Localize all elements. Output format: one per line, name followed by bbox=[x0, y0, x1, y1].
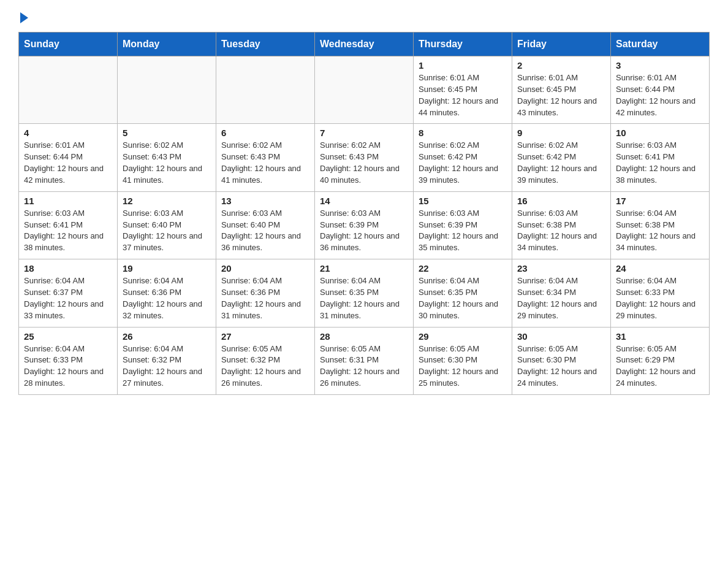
day-number: 24 bbox=[616, 263, 704, 274]
calendar-cell: 26Sunrise: 6:04 AM Sunset: 6:32 PM Dayli… bbox=[118, 327, 216, 394]
day-number: 18 bbox=[24, 263, 112, 274]
day-info: Sunrise: 6:02 AM Sunset: 6:43 PM Dayligh… bbox=[221, 140, 309, 186]
calendar-week-row: 25Sunrise: 6:04 AM Sunset: 6:33 PM Dayli… bbox=[19, 327, 710, 394]
calendar-week-row: 18Sunrise: 6:04 AM Sunset: 6:37 PM Dayli… bbox=[19, 259, 710, 327]
calendar-week-row: 1Sunrise: 6:01 AM Sunset: 6:45 PM Daylig… bbox=[19, 56, 710, 124]
calendar-cell: 4Sunrise: 6:01 AM Sunset: 6:44 PM Daylig… bbox=[19, 124, 118, 191]
calendar-cell: 11Sunrise: 6:03 AM Sunset: 6:41 PM Dayli… bbox=[19, 191, 118, 259]
day-info: Sunrise: 6:05 AM Sunset: 6:30 PM Dayligh… bbox=[419, 343, 507, 389]
calendar-cell: 17Sunrise: 6:04 AM Sunset: 6:38 PM Dayli… bbox=[611, 191, 710, 259]
calendar-cell: 16Sunrise: 6:03 AM Sunset: 6:38 PM Dayli… bbox=[512, 191, 611, 259]
day-number: 1 bbox=[419, 60, 507, 71]
day-number: 9 bbox=[517, 128, 605, 138]
calendar-cell: 25Sunrise: 6:04 AM Sunset: 6:33 PM Dayli… bbox=[19, 327, 118, 394]
day-info: Sunrise: 6:05 AM Sunset: 6:30 PM Dayligh… bbox=[517, 343, 605, 389]
logo bbox=[18, 12, 28, 22]
calendar-cell: 21Sunrise: 6:04 AM Sunset: 6:35 PM Dayli… bbox=[315, 259, 414, 327]
calendar-week-row: 11Sunrise: 6:03 AM Sunset: 6:41 PM Dayli… bbox=[19, 191, 710, 259]
day-info: Sunrise: 6:03 AM Sunset: 6:39 PM Dayligh… bbox=[320, 208, 408, 254]
day-number: 11 bbox=[24, 196, 112, 206]
day-number: 16 bbox=[517, 196, 605, 206]
day-info: Sunrise: 6:04 AM Sunset: 6:36 PM Dayligh… bbox=[123, 275, 211, 321]
calendar-cell: 19Sunrise: 6:04 AM Sunset: 6:36 PM Dayli… bbox=[118, 259, 216, 327]
day-number: 3 bbox=[616, 60, 704, 71]
day-info: Sunrise: 6:05 AM Sunset: 6:29 PM Dayligh… bbox=[616, 343, 704, 389]
day-info: Sunrise: 6:03 AM Sunset: 6:40 PM Dayligh… bbox=[221, 208, 309, 254]
day-number: 19 bbox=[123, 263, 211, 274]
weekday-header-friday: Friday bbox=[512, 33, 611, 56]
calendar-cell: 27Sunrise: 6:05 AM Sunset: 6:32 PM Dayli… bbox=[216, 327, 315, 394]
weekday-header-sunday: Sunday bbox=[19, 33, 118, 56]
calendar-cell: 30Sunrise: 6:05 AM Sunset: 6:30 PM Dayli… bbox=[512, 327, 611, 394]
calendar-cell: 2Sunrise: 6:01 AM Sunset: 6:45 PM Daylig… bbox=[512, 56, 611, 124]
calendar-cell: 9Sunrise: 6:02 AM Sunset: 6:42 PM Daylig… bbox=[512, 124, 611, 191]
day-info: Sunrise: 6:04 AM Sunset: 6:33 PM Dayligh… bbox=[616, 275, 704, 321]
calendar-cell: 7Sunrise: 6:02 AM Sunset: 6:43 PM Daylig… bbox=[315, 124, 414, 191]
day-number: 8 bbox=[419, 128, 507, 138]
day-number: 20 bbox=[221, 263, 309, 274]
day-number: 29 bbox=[419, 331, 507, 342]
calendar-cell: 12Sunrise: 6:03 AM Sunset: 6:40 PM Dayli… bbox=[118, 191, 216, 259]
calendar-cell: 8Sunrise: 6:02 AM Sunset: 6:42 PM Daylig… bbox=[414, 124, 512, 191]
day-number: 6 bbox=[221, 128, 309, 138]
day-number: 15 bbox=[419, 196, 507, 206]
day-info: Sunrise: 6:02 AM Sunset: 6:43 PM Dayligh… bbox=[123, 140, 211, 186]
day-number: 5 bbox=[123, 128, 211, 138]
calendar-cell: 28Sunrise: 6:05 AM Sunset: 6:31 PM Dayli… bbox=[315, 327, 414, 394]
day-number: 23 bbox=[517, 263, 605, 274]
day-info: Sunrise: 6:02 AM Sunset: 6:43 PM Dayligh… bbox=[320, 140, 408, 186]
calendar-cell: 1Sunrise: 6:01 AM Sunset: 6:45 PM Daylig… bbox=[414, 56, 512, 124]
page-header bbox=[18, 12, 710, 22]
calendar-cell: 13Sunrise: 6:03 AM Sunset: 6:40 PM Dayli… bbox=[216, 191, 315, 259]
calendar-cell: 3Sunrise: 6:01 AM Sunset: 6:44 PM Daylig… bbox=[611, 56, 710, 124]
day-info: Sunrise: 6:04 AM Sunset: 6:37 PM Dayligh… bbox=[24, 275, 112, 321]
calendar-cell: 18Sunrise: 6:04 AM Sunset: 6:37 PM Dayli… bbox=[19, 259, 118, 327]
day-number: 28 bbox=[320, 331, 408, 342]
weekday-header-tuesday: Tuesday bbox=[216, 33, 315, 56]
calendar-cell: 23Sunrise: 6:04 AM Sunset: 6:34 PM Dayli… bbox=[512, 259, 611, 327]
day-info: Sunrise: 6:03 AM Sunset: 6:39 PM Dayligh… bbox=[419, 208, 507, 254]
day-number: 31 bbox=[616, 331, 704, 342]
day-info: Sunrise: 6:03 AM Sunset: 6:41 PM Dayligh… bbox=[24, 208, 112, 254]
day-info: Sunrise: 6:03 AM Sunset: 6:41 PM Dayligh… bbox=[616, 140, 704, 186]
day-info: Sunrise: 6:04 AM Sunset: 6:35 PM Dayligh… bbox=[320, 275, 408, 321]
day-number: 25 bbox=[24, 331, 112, 342]
day-number: 17 bbox=[616, 196, 704, 206]
weekday-header-wednesday: Wednesday bbox=[315, 33, 414, 56]
day-info: Sunrise: 6:04 AM Sunset: 6:32 PM Dayligh… bbox=[123, 343, 211, 389]
calendar-cell: 31Sunrise: 6:05 AM Sunset: 6:29 PM Dayli… bbox=[611, 327, 710, 394]
day-info: Sunrise: 6:04 AM Sunset: 6:35 PM Dayligh… bbox=[419, 275, 507, 321]
day-info: Sunrise: 6:04 AM Sunset: 6:34 PM Dayligh… bbox=[517, 275, 605, 321]
day-info: Sunrise: 6:05 AM Sunset: 6:31 PM Dayligh… bbox=[320, 343, 408, 389]
day-info: Sunrise: 6:04 AM Sunset: 6:36 PM Dayligh… bbox=[221, 275, 309, 321]
calendar-cell: 14Sunrise: 6:03 AM Sunset: 6:39 PM Dayli… bbox=[315, 191, 414, 259]
day-number: 2 bbox=[517, 60, 605, 71]
calendar-cell bbox=[315, 56, 414, 124]
logo-triangle-icon bbox=[20, 12, 28, 23]
day-number: 7 bbox=[320, 128, 408, 138]
day-info: Sunrise: 6:01 AM Sunset: 6:45 PM Dayligh… bbox=[419, 72, 507, 118]
calendar-cell bbox=[19, 56, 118, 124]
day-info: Sunrise: 6:03 AM Sunset: 6:38 PM Dayligh… bbox=[517, 208, 605, 254]
calendar-cell: 29Sunrise: 6:05 AM Sunset: 6:30 PM Dayli… bbox=[414, 327, 512, 394]
calendar-cell: 15Sunrise: 6:03 AM Sunset: 6:39 PM Dayli… bbox=[414, 191, 512, 259]
day-number: 22 bbox=[419, 263, 507, 274]
day-number: 27 bbox=[221, 331, 309, 342]
calendar-week-row: 4Sunrise: 6:01 AM Sunset: 6:44 PM Daylig… bbox=[19, 124, 710, 191]
day-info: Sunrise: 6:04 AM Sunset: 6:33 PM Dayligh… bbox=[24, 343, 112, 389]
calendar-cell bbox=[216, 56, 315, 124]
calendar-cell: 22Sunrise: 6:04 AM Sunset: 6:35 PM Dayli… bbox=[414, 259, 512, 327]
calendar-cell: 6Sunrise: 6:02 AM Sunset: 6:43 PM Daylig… bbox=[216, 124, 315, 191]
calendar-header-row: SundayMondayTuesdayWednesdayThursdayFrid… bbox=[19, 33, 710, 56]
day-info: Sunrise: 6:02 AM Sunset: 6:42 PM Dayligh… bbox=[517, 140, 605, 186]
day-number: 4 bbox=[24, 128, 112, 138]
weekday-header-monday: Monday bbox=[118, 33, 216, 56]
calendar-cell: 5Sunrise: 6:02 AM Sunset: 6:43 PM Daylig… bbox=[118, 124, 216, 191]
day-number: 12 bbox=[123, 196, 211, 206]
day-number: 13 bbox=[221, 196, 309, 206]
calendar-table: SundayMondayTuesdayWednesdayThursdayFrid… bbox=[18, 32, 710, 395]
day-number: 10 bbox=[616, 128, 704, 138]
day-info: Sunrise: 6:02 AM Sunset: 6:42 PM Dayligh… bbox=[419, 140, 507, 186]
day-info: Sunrise: 6:03 AM Sunset: 6:40 PM Dayligh… bbox=[123, 208, 211, 254]
day-info: Sunrise: 6:01 AM Sunset: 6:45 PM Dayligh… bbox=[517, 72, 605, 118]
